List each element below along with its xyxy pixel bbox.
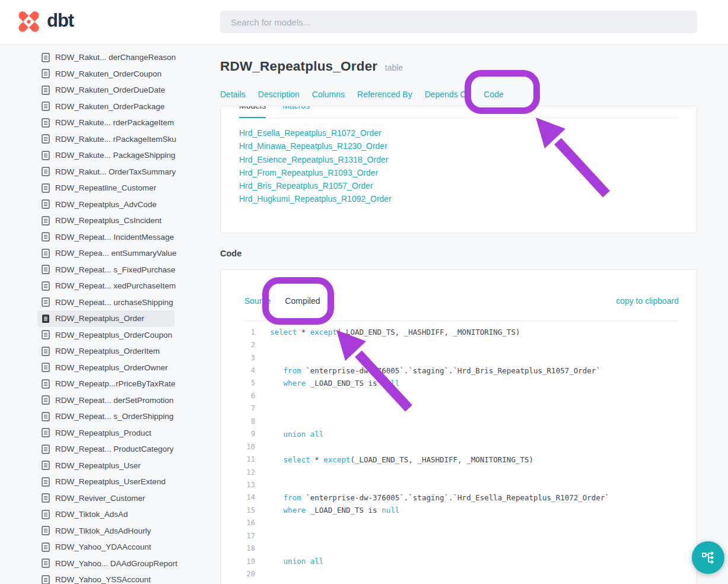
sidebar-item-rdw-reviver-customer[interactable]: RDW_Reviver_Customer xyxy=(37,490,174,507)
sidebar-item-rdw-repeat-urchaseshipping[interactable]: RDW_Repeat... urchaseShipping xyxy=(37,294,174,311)
code-card-header: SourceCompiled copy to clipboard xyxy=(244,270,679,321)
sidebar-item-label: RDW_Tiktok_AdsAdHourly xyxy=(55,526,151,535)
sidebar-item-rdw-tiktok-adsadhourly[interactable]: RDW_Tiktok_AdsAdHourly xyxy=(37,523,174,539)
sidebar-item-rdw-rakute-rpackageitemsku[interactable]: RDW_Rakute... rPackageItemSku xyxy=(37,131,174,148)
sidebar-item-rdw-rakut-derchangereason[interactable]: RDW_Rakut... derChangeReason xyxy=(37,49,174,66)
sidebar-item-label: RDW_Rakuten_OrderPackage xyxy=(55,102,165,111)
code-line: 16 xyxy=(221,517,697,529)
referenced-model-link-hrd-esella-repeatplus-r1072-order[interactable]: Hrd_Esella_Repeatplus_R1072_Order xyxy=(239,126,679,139)
line-number: 6 xyxy=(221,392,255,400)
sidebar-item-rdw-tiktok-adsad[interactable]: RDW_Tiktok_AdsAd xyxy=(37,506,174,523)
line-number: 17 xyxy=(221,532,255,540)
line-number: 9 xyxy=(221,430,255,438)
tab-code[interactable]: Code xyxy=(484,90,503,99)
tab-columns[interactable]: Columns xyxy=(312,90,345,99)
document-icon xyxy=(42,101,50,111)
line-number: 16 xyxy=(221,519,255,527)
document-icon xyxy=(42,183,50,193)
line-number: 7 xyxy=(221,404,255,412)
sidebar-item-rdw-repeatplus-csincident[interactable]: RDW_Repeatplus_CsIncident xyxy=(37,212,174,229)
sidebar-item-label: RDW_Repeatplus_CsIncident xyxy=(55,216,161,225)
sidebar-item-rdw-repeatplus-orderitem[interactable]: RDW_Repeatplus_OrderItem xyxy=(37,343,174,360)
main-content: RDW_Repeatplus_Order table DetailsDescri… xyxy=(220,45,697,584)
referenced-model-link-hrd-minawa-repeatplus-r1230-order[interactable]: Hrd_Minawa_Repeatplus_R1230_Order xyxy=(239,139,679,153)
sidebar-item-rdw-repeat-productcategory[interactable]: RDW_Repeat... ProductCategory xyxy=(37,441,174,458)
sidebar-item-rdw-repeatplus-orderowner[interactable]: RDW_Repeatplus_OrderOwner xyxy=(37,360,174,376)
sidebar-item-rdw-rakuten-orderduedate[interactable]: RDW_Rakuten_OrderDueDate xyxy=(37,82,174,99)
document-icon xyxy=(42,412,50,421)
code-line: 2 xyxy=(221,338,697,351)
document-icon xyxy=(42,526,50,535)
search-input[interactable] xyxy=(220,11,697,33)
line-number: 20 xyxy=(221,570,255,578)
document-icon xyxy=(42,297,50,307)
sidebar-item-label: RDW_Repeat... s_FixedPurchase xyxy=(55,265,176,274)
sidebar-item-rdw-repeat-xedpurchaseitem[interactable]: RDW_Repeat... xedPurchaseItem xyxy=(37,278,174,294)
document-icon xyxy=(42,69,50,78)
sidebar-item-rdw-repea-entsummaryvalue[interactable]: RDW_Repea... entSummaryValue xyxy=(37,245,174,262)
sidebar-item-rdw-repeatplus-userextend[interactable]: RDW_Repeatplus_UserExtend xyxy=(37,474,174,490)
line-number: 14 xyxy=(221,493,255,502)
document-icon xyxy=(42,134,50,144)
code-line: 8 xyxy=(221,415,697,427)
sidebar-item-rdw-rakuten-orderpackage[interactable]: RDW_Rakuten_OrderPackage xyxy=(37,99,174,115)
document-icon xyxy=(42,330,50,339)
code-tab-source[interactable]: Source xyxy=(244,296,271,320)
copy-to-clipboard-button[interactable]: copy to clipboard xyxy=(616,296,679,306)
sidebar-item-rdw-repeat-s-ordershipping[interactable]: RDW_Repeat... s_OrderShipping xyxy=(37,408,174,425)
line-number: 11 xyxy=(221,455,255,464)
sidebar-item-rdw-repeatplus-product[interactable]: RDW_Repeatplus_Product xyxy=(37,425,174,442)
tab-description[interactable]: Description xyxy=(258,90,300,99)
sidebar-item-rdw-repeatplus-ordercoupon[interactable]: RDW_Repeatplus_OrderCoupon xyxy=(37,327,174,344)
sidebar-item-label: RDW_Repeatplus_OrderCoupon xyxy=(55,331,172,339)
sidebar-item-label: RDW_Repeat... IncidentMessage xyxy=(55,233,174,242)
sidebar-item-rdw-repeatplus-advcode[interactable]: RDW_Repeatplus_AdvCode xyxy=(37,196,174,213)
tab-details[interactable]: Details xyxy=(220,90,246,99)
document-icon xyxy=(42,216,50,226)
sidebar-item-rdw-rakute-packageshipping[interactable]: RDW_Rakute... PackageShipping xyxy=(37,147,174,164)
sidebar-item-label: RDW_Rakut... OrderTaxSummary xyxy=(55,167,176,176)
sidebar-item-label: RDW_Yahoo_YDAAccount xyxy=(55,542,151,551)
referenced-model-link-hrd-from-repeatplus-r1093-order[interactable]: Hrd_From_Repeatplus_R1093_Order xyxy=(239,166,679,179)
sidebar-item-rdw-repeatplus-order[interactable]: RDW_Repeatplus_Order xyxy=(37,310,174,327)
sidebar-item-rdw-rakute-rderpackageitem[interactable]: RDW_Rakute... rderPackageItem xyxy=(37,115,174,131)
sidebar-item-rdw-repeat-s-fixedpurchase[interactable]: RDW_Repeat... s_FixedPurchase xyxy=(37,262,174,278)
sidebar-item-rdw-repeatline-customer[interactable]: RDW_Repeatline_Customer xyxy=(37,180,174,196)
sidebar-item-rdw-yahoo-ydaaccount[interactable]: RDW_Yahoo_YDAAccount xyxy=(37,539,174,556)
code-line: 19 union all xyxy=(221,555,697,567)
code-tab-compiled[interactable]: Compiled xyxy=(285,296,320,321)
sidebar-item-label: RDW_Repeat... ProductCategory xyxy=(55,445,174,453)
sidebar-item-label: RDW_Repeat... xedPurchaseItem xyxy=(55,281,176,290)
sidebar-item-rdw-repeatp-rpricebytaxrate[interactable]: RDW_Repeatp...rPriceByTaxRate xyxy=(37,376,174,392)
sidebar-item-rdw-rakuten-ordercoupon[interactable]: RDW_Rakuten_OrderCoupon xyxy=(37,66,174,82)
sidebar-item-rdw-yahoo-yssaccount[interactable]: RDW_Yahoo_YSSAccount xyxy=(37,572,174,584)
sidebar-item-rdw-yahoo-daadgroupreport[interactable]: RDW_Yahoo... DAAdGroupReport xyxy=(37,556,174,572)
page-head: RDW_Repeatplus_Order table xyxy=(220,59,697,74)
referenced-by-tab-models[interactable]: Models xyxy=(239,106,266,118)
document-icon xyxy=(42,199,50,209)
document-icon xyxy=(42,232,50,242)
sidebar-item-rdw-repeat-incidentmessage[interactable]: RDW_Repeat... IncidentMessage xyxy=(37,229,174,246)
referenced-model-link-hrd-hugkumi-repeatplus-r1092-order[interactable]: Hrd_Hugkumi_Repeatplus_R1092_Order xyxy=(239,192,679,205)
code-line: 10 xyxy=(221,440,697,453)
sidebar-item-rdw-rakut-ordertaxsummary[interactable]: RDW_Rakut... OrderTaxSummary xyxy=(37,164,174,180)
sidebar-item-rdw-repeat-dersetpromotion[interactable]: RDW_Repeat... derSetPromotion xyxy=(37,392,174,409)
tab-referenced-by[interactable]: Referenced By xyxy=(357,90,412,99)
referenced-by-tab-macros[interactable]: Macros xyxy=(282,106,310,118)
dbt-logo[interactable]: dbt xyxy=(15,8,74,35)
code-section-heading: Code xyxy=(220,249,697,258)
referenced-model-link-hrd-esience-repeatplus-r1318-order[interactable]: Hrd_Esience_Repeatplus_R1318_Order xyxy=(239,153,679,166)
code-line: 17 xyxy=(221,529,697,542)
referenced-by-tabs: ModelsMacros xyxy=(239,106,679,118)
code-line: 13 xyxy=(221,478,697,491)
referenced-by-card: ModelsMacros Hrd_Esella_Repeatplus_R1072… xyxy=(220,106,697,233)
referenced-model-link-hrd-bris-repeatplus-r1057-order[interactable]: Hrd_Bris_Repeatplus_R1057_Order xyxy=(239,179,679,192)
sidebar-item-label: RDW_Repeat... s_OrderShipping xyxy=(55,412,174,421)
sidebar-list: RDW_Rakut... derChangeReasonRDW_Rakuten_… xyxy=(37,49,174,584)
sidebar-item-label: RDW_Rakute... rderPackageItem xyxy=(55,118,174,127)
lineage-fab-button[interactable] xyxy=(692,541,724,574)
sidebar-item-label: RDW_Repeatline_Customer xyxy=(55,183,156,192)
sidebar-item-rdw-repeatplus-user[interactable]: RDW_Repeatplus_User xyxy=(37,458,174,474)
tab-depends-on[interactable]: Depends On xyxy=(425,90,472,99)
code-line: 14 from `enterprise-dw-376005`.`staging`… xyxy=(221,491,697,504)
